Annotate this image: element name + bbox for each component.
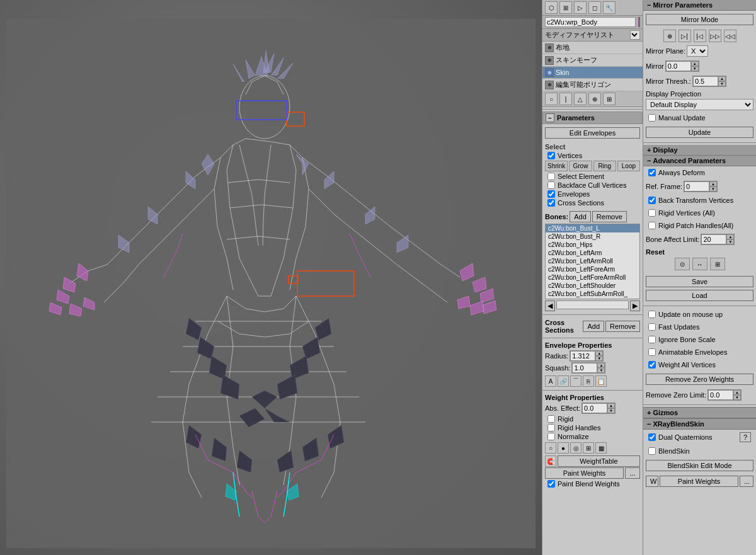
radius-down[interactable]: ▼: [595, 356, 603, 361]
mirror-thresh-input[interactable]: [693, 76, 718, 86]
wt-icon-3[interactable]: ◎: [570, 442, 581, 454]
cs-add-btn[interactable]: Add: [583, 321, 604, 332]
rigid-handles-checkbox[interactable]: [547, 424, 555, 432]
edit-envelopes-btn[interactable]: Edit Envelopes: [545, 127, 640, 139]
cross-sections-checkbox[interactable]: [547, 199, 555, 207]
rigid-patch-checkbox[interactable]: [648, 222, 656, 229]
bone-item-9[interactable]: c2Wu:bon_LeftSubArmRoll_f: [546, 298, 639, 299]
face-icon[interactable]: ○: [545, 93, 558, 105]
mirror-thresh-spinner[interactable]: ▲ ▼: [692, 76, 726, 87]
rzl-down[interactable]: ▼: [733, 395, 741, 400]
mirror-value-input[interactable]: [666, 61, 691, 71]
xray-paint-weights-btn[interactable]: Paint Weights: [660, 476, 738, 487]
bone-item-4[interactable]: c2Wu:bon_LeftArmRoll: [546, 257, 639, 265]
reset-icon-3[interactable]: ⊞: [710, 258, 725, 270]
squash-input[interactable]: 1.0: [572, 363, 597, 373]
bone-scrollbar[interactable]: [556, 300, 629, 309]
hex-icon[interactable]: ⬡: [545, 1, 558, 14]
save-btn[interactable]: Save: [646, 276, 753, 287]
camera-icon[interactable]: ◻: [588, 1, 601, 14]
modifier-item-nuno[interactable]: ⊕ 布地: [542, 42, 643, 54]
bone-nav-right[interactable]: ▶: [630, 300, 640, 311]
manual-update-checkbox[interactable]: [648, 114, 656, 122]
ref-frame-spinner[interactable]: ▲ ▼: [684, 181, 718, 192]
bone-item-7[interactable]: c2Wu:bon_LeftShoulder: [546, 282, 639, 290]
abs-up[interactable]: ▲: [607, 403, 615, 408]
paint-blend-checkbox[interactable]: [547, 480, 555, 488]
mirror-collapse-btn[interactable]: −: [647, 1, 651, 9]
bone-affect-spinner[interactable]: ▲ ▼: [701, 234, 735, 245]
play-icon[interactable]: ▷: [574, 1, 587, 14]
env-icon-A[interactable]: A: [545, 375, 556, 387]
help-btn[interactable]: ?: [740, 432, 751, 442]
bone-affect-input[interactable]: [701, 234, 726, 244]
blend-skin-edit-btn[interactable]: BlendSkin Edit Mode: [646, 460, 753, 471]
load-btn[interactable]: Load: [646, 290, 753, 301]
squash-spinner[interactable]: 1.0 ▲ ▼: [571, 362, 605, 374]
mirror-thresh-down[interactable]: ▼: [718, 81, 726, 86]
blend-skin-checkbox[interactable]: [648, 447, 656, 455]
grid-icon[interactable]: ⊞: [559, 1, 572, 14]
mirror-value-spinner[interactable]: ▲ ▼: [665, 60, 699, 72]
backface-cull-checkbox[interactable]: [547, 181, 555, 189]
magnet-icon[interactable]: 🧲: [545, 455, 556, 467]
bone-affect-down[interactable]: ▼: [726, 239, 734, 244]
vertices-checkbox[interactable]: [547, 152, 555, 159]
squash-down[interactable]: ▼: [597, 368, 605, 373]
abs-down[interactable]: ▼: [607, 408, 615, 413]
rigid-checkbox[interactable]: [547, 415, 555, 423]
ref-frame-up[interactable]: ▲: [709, 181, 717, 186]
wt-icon-1[interactable]: ○: [545, 442, 556, 454]
weight-all-vertices-checkbox[interactable]: [648, 361, 656, 369]
update-on-mouse-checkbox[interactable]: [648, 311, 656, 318]
mirror-thresh-up[interactable]: ▲: [718, 76, 726, 81]
bone-affect-up[interactable]: ▲: [726, 234, 734, 239]
bone-item-6[interactable]: c2Wu:bon_LeftForeArmRoll: [546, 273, 639, 282]
object-name-input[interactable]: c2Wu:wrp_Body: [545, 17, 636, 27]
reset-icon-1[interactable]: ⊙: [675, 258, 690, 270]
bones-remove-btn[interactable]: Remove: [592, 211, 627, 222]
normalize-checkbox[interactable]: [547, 433, 555, 440]
wrench-icon[interactable]: 🔧: [603, 1, 616, 14]
pin-icon[interactable]: |: [559, 93, 572, 105]
grow-btn[interactable]: Grow: [569, 161, 592, 171]
wt-icon-4[interactable]: ⊞: [583, 442, 594, 454]
paint-weights-btn[interactable]: Paint Weights: [545, 467, 624, 479]
ring-btn[interactable]: Ring: [593, 161, 616, 171]
mirror-up[interactable]: ▲: [691, 61, 699, 66]
abs-effect-input[interactable]: 0.0: [582, 403, 607, 413]
abs-effect-spinner[interactable]: 0.0 ▲ ▼: [581, 403, 616, 414]
modifier-item-skin[interactable]: ⊕ Skin: [542, 67, 643, 79]
color-swatch[interactable]: [638, 17, 640, 27]
squash-up[interactable]: ▲: [597, 363, 605, 368]
xray-more-btn[interactable]: ...: [740, 476, 753, 487]
remove-zero-weights-btn[interactable]: Remove Zero Weights: [646, 374, 753, 385]
mirror-plane-select[interactable]: X Y Z: [687, 45, 708, 57]
triangle-icon[interactable]: △: [574, 93, 587, 105]
select-element-checkbox[interactable]: [547, 173, 555, 180]
mirror-down[interactable]: ▼: [691, 66, 699, 71]
bone-nav-left[interactable]: ◀: [545, 300, 555, 311]
advanced-collapse-btn[interactable]: −: [647, 157, 651, 164]
paint-weights-more-btn[interactable]: ...: [625, 467, 640, 479]
circle2-icon[interactable]: ⊕: [588, 93, 601, 105]
modifier-item-poly[interactable]: ⊕ 編集可能ポリゴン: [542, 79, 643, 91]
shrink-btn[interactable]: Shrink: [545, 161, 568, 171]
modifier-item-skinmorph[interactable]: ⊕ スキンモーフ: [542, 54, 643, 67]
bone-item-1[interactable]: c2Wu:bon_Bust_R: [546, 232, 639, 241]
remove-zero-limit-input[interactable]: [708, 390, 733, 400]
bone-item-0[interactable]: c2Wu:bon_Bust_L: [546, 224, 639, 232]
remove-zero-limit-spinner[interactable]: ▲ ▼: [707, 389, 742, 401]
env-icon-link[interactable]: 🔗: [558, 375, 569, 387]
gizmos-expand-btn[interactable]: +: [647, 409, 651, 416]
env-icon-arc[interactable]: ⌒: [570, 375, 581, 387]
bone-item-3[interactable]: c2Wu:bon_LeftArm: [546, 249, 639, 257]
wt-icon-5[interactable]: ▦: [595, 442, 607, 454]
radius-spinner[interactable]: 1.312 ▲ ▼: [570, 350, 604, 362]
mirror-icon-1[interactable]: ⊕: [663, 30, 676, 42]
loop-btn[interactable]: Loop: [617, 161, 640, 171]
bones-add-btn[interactable]: Add: [570, 211, 591, 222]
bone-list[interactable]: c2Wu:bon_Bust_L c2Wu:bon_Bust_R c2Wu:bon…: [545, 224, 640, 299]
params-collapse-btn[interactable]: −: [546, 113, 554, 122]
dual-quaternions-checkbox[interactable]: [648, 433, 656, 441]
